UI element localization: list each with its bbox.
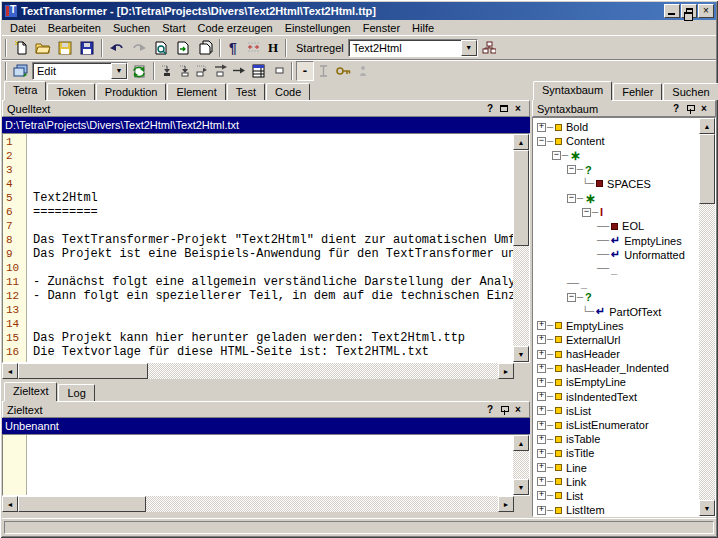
maximize-panel-button[interactable] [497, 102, 511, 115]
source-vertical-scrollbar[interactable]: ▲ ▼ [513, 134, 529, 362]
main-tab[interactable]: Element [167, 83, 225, 100]
expand-icon[interactable]: + [537, 449, 546, 458]
scroll-up-button[interactable]: ▲ [513, 134, 529, 150]
reload-source-button[interactable] [172, 38, 194, 58]
target-text-area[interactable] [28, 435, 513, 495]
expand-icon[interactable]: + [537, 350, 546, 359]
run-button[interactable] [230, 61, 248, 81]
insert-box-button[interactable] [270, 61, 288, 81]
header-button[interactable]: H [264, 38, 282, 58]
tree-node[interactable]: −─∗ [534, 191, 699, 205]
menu-item[interactable]: Fenster [357, 21, 406, 35]
mode-dropdown-button[interactable]: ▼ [111, 63, 127, 79]
tree-node[interactable]: +─List [534, 489, 699, 503]
tree-node[interactable]: +─Link [534, 475, 699, 489]
main-tab[interactable]: Tetra [4, 81, 46, 100]
menu-item[interactable]: Code erzeugen [191, 21, 278, 35]
right-tab[interactable]: Syntaxbaum [533, 81, 612, 100]
redo-button[interactable] [128, 38, 150, 58]
expand-icon[interactable]: + [537, 321, 546, 330]
tree-node[interactable]: −─? [534, 163, 699, 177]
scroll-up-button[interactable]: ▲ [513, 435, 529, 451]
menu-item[interactable]: Einstellungen [279, 21, 357, 35]
tree-node[interactable]: +─isList [534, 404, 699, 418]
bookmark-button[interactable] [354, 61, 372, 81]
expand-icon[interactable]: + [537, 406, 546, 415]
window-mode-button[interactable] [10, 61, 32, 81]
help-button[interactable]: ? [483, 102, 497, 115]
title-bar[interactable]: TextTransformer - [D:\Tetra\Projects\Div… [2, 2, 716, 20]
source-editor[interactable]: 12345678910111213141516 Text2Html=======… [2, 133, 530, 363]
main-tab[interactable]: Token [47, 83, 94, 100]
copy-document-button[interactable] [194, 38, 216, 58]
target-tab[interactable]: Log [58, 384, 94, 401]
undo-button[interactable] [106, 38, 128, 58]
step-over-button[interactable] [176, 61, 194, 81]
pin-panel-button[interactable] [497, 403, 511, 416]
tree-node[interactable]: ──_ [534, 276, 699, 290]
tree-node[interactable]: −─I [534, 205, 699, 219]
scroll-thumb[interactable] [513, 150, 529, 246]
menu-item[interactable]: Suchen [107, 21, 156, 35]
minus-button[interactable]: - [296, 61, 314, 81]
save-as-button[interactable] [54, 38, 76, 58]
scroll-down-button[interactable]: ▼ [699, 500, 715, 516]
pin-panel-button[interactable] [683, 102, 697, 115]
menu-item[interactable]: Bearbeiten [42, 21, 107, 35]
expand-icon[interactable]: + [537, 463, 546, 472]
collapse-icon[interactable]: − [537, 137, 546, 146]
menu-item[interactable]: Datei [4, 21, 42, 35]
step-out-button[interactable] [194, 61, 212, 81]
expand-icon[interactable]: + [537, 435, 546, 444]
mode-combobox[interactable]: Edit ▼ [32, 62, 128, 80]
transform-button[interactable] [128, 61, 150, 81]
close-panel-button[interactable]: × [511, 102, 525, 115]
tree-node[interactable]: +─ListItem [534, 503, 699, 516]
expand-icon[interactable]: + [537, 392, 546, 401]
collapse-icon[interactable]: − [567, 293, 576, 302]
token-table-button[interactable] [248, 61, 270, 81]
expand-icon[interactable]: + [537, 491, 546, 500]
target-editor[interactable]: ▲ ▼ [2, 434, 530, 496]
scroll-down-button[interactable]: ▼ [513, 346, 529, 362]
tree-node[interactable]: +─Bold [534, 120, 699, 134]
expand-icon[interactable]: + [537, 506, 546, 515]
minimize-button[interactable] [664, 4, 680, 18]
tree-node[interactable]: −─Content [534, 134, 699, 148]
tree-node[interactable]: ──↵Unformatted [534, 248, 699, 262]
scroll-thumb[interactable] [18, 363, 148, 379]
tree-node[interactable]: +─isIndentedText [534, 390, 699, 404]
tree-node[interactable]: +─isListEnumerator [534, 418, 699, 432]
tree-node[interactable]: +─Line [534, 461, 699, 475]
tree-node[interactable]: +─hasHeader_Indented [534, 361, 699, 375]
scroll-right-button[interactable]: ► [498, 363, 514, 379]
menu-item[interactable]: Start [156, 21, 191, 35]
tree-node[interactable]: +─EmptyLines [534, 319, 699, 333]
tree-node[interactable]: +─ExternalUrl [534, 333, 699, 347]
help-button[interactable]: ? [669, 102, 683, 115]
scroll-left-button[interactable]: ◄ [2, 496, 18, 512]
restore-button[interactable] [681, 4, 697, 18]
scroll-up-button[interactable]: ▲ [699, 118, 715, 134]
tree-node[interactable]: └─↵PartOfText [534, 304, 699, 318]
help-button[interactable]: ? [483, 403, 497, 416]
collapse-icon[interactable]: − [552, 151, 561, 160]
close-button[interactable]: × [698, 4, 714, 18]
tree-node[interactable]: ──_ [534, 262, 699, 276]
right-tab[interactable]: Suchen [663, 83, 718, 100]
source-horizontal-scrollbar[interactable]: ◄ ► [2, 363, 514, 379]
scroll-down-button[interactable]: ▼ [513, 479, 529, 495]
step-into-button[interactable] [158, 61, 176, 81]
rule-tree-button[interactable] [478, 38, 500, 58]
scroll-left-button[interactable]: ◄ [2, 363, 18, 379]
startregel-dropdown-button[interactable]: ▼ [461, 40, 477, 56]
tree-vertical-scrollbar[interactable]: ▲ ▼ [699, 118, 715, 516]
save-button[interactable] [76, 38, 98, 58]
menu-item[interactable]: Hilfe [406, 21, 440, 35]
tree-node[interactable]: +─isEmptyLine [534, 375, 699, 389]
target-horizontal-scrollbar[interactable]: ◄ ► [2, 496, 514, 512]
expand-icon[interactable]: + [537, 335, 546, 344]
main-tab[interactable]: Test [227, 83, 265, 100]
expand-icon[interactable]: + [537, 123, 546, 132]
close-panel-button[interactable]: × [697, 102, 711, 115]
